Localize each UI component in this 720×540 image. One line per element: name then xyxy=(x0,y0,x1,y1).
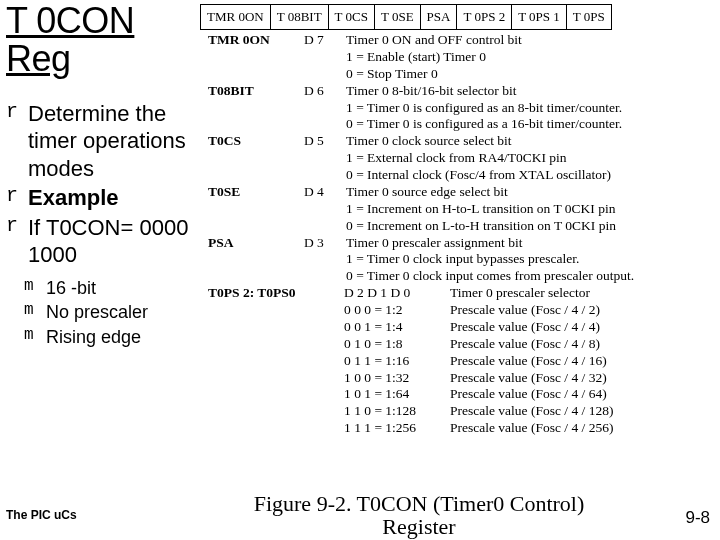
prescaler-row: 0 0 1 = 1:4Prescale value (Fosc / 4 / 4) xyxy=(208,319,716,336)
bit-number xyxy=(304,49,346,66)
bit-header-cell: T 0PS 1 xyxy=(512,5,567,30)
sub-bullet-marker: m xyxy=(24,326,46,349)
bit-name xyxy=(208,116,304,133)
bit-name: T08BIT xyxy=(208,83,304,100)
bit-name xyxy=(208,167,304,184)
prescaler-row: 0 0 0 = 1:2Prescale value (Fosc / 4 / 2) xyxy=(208,302,716,319)
prescaler-desc: Prescale value (Fosc / 4 / 16) xyxy=(450,353,607,370)
bit-desc: 1 = Timer 0 is configured as an 8-bit ti… xyxy=(346,100,716,117)
bit-name: TMR 0ON xyxy=(208,32,304,49)
footer-left: The PIC uCs xyxy=(6,508,77,522)
bit-header-cell: T 0PS xyxy=(566,5,611,30)
bit-def-row: 0 = Increment on L-to-H transition on T … xyxy=(208,218,716,235)
title-line1: T 0CON xyxy=(6,0,134,41)
bit-name xyxy=(208,201,304,218)
page-number: 9-8 xyxy=(685,508,710,528)
bit-desc: 1 = Enable (start) Timer 0 xyxy=(346,49,716,66)
bit-header-cell: PSA xyxy=(420,5,457,30)
bit-def-row: 0 = Stop Timer 0 xyxy=(208,66,716,83)
bit-name xyxy=(208,49,304,66)
bit-def-row: 1 = Timer 0 clock input bypasses prescal… xyxy=(208,251,716,268)
bullet-item: rIf T0CON= 0000 1000 xyxy=(6,214,198,269)
bit-name: T0SE xyxy=(208,184,304,201)
bit-header-cell: T 0SE xyxy=(374,5,420,30)
prescaler-row: 0 1 1 = 1:16Prescale value (Fosc / 4 / 1… xyxy=(208,353,716,370)
bit-desc: 0 = Stop Timer 0 xyxy=(346,66,716,83)
bit-desc: 0 = Increment on L-to-H transition on T … xyxy=(346,218,716,235)
bit-number: D 4 xyxy=(304,184,346,201)
sub-bullet-item: mRising edge xyxy=(24,326,198,349)
sub-bullet-marker: m xyxy=(24,301,46,324)
bit-number: D 7 xyxy=(304,32,346,49)
bullet-item: rExample xyxy=(6,184,198,212)
bit-number xyxy=(304,100,346,117)
prescaler-desc: Prescale value (Fosc / 4 / 256) xyxy=(450,420,613,437)
prescaler-desc: Prescale value (Fosc / 4 / 128) xyxy=(450,403,613,420)
sub-bullet-text: Rising edge xyxy=(46,326,141,349)
bullet-text: Example xyxy=(28,184,119,212)
bullet-text: Determine the timer operations modes xyxy=(28,100,198,183)
prescaler-code: 0 0 1 = 1:4 xyxy=(344,319,450,336)
bit-desc: Timer 0 ON and OFF control bit xyxy=(346,32,716,49)
bit-desc: 0 = Timer 0 is configured as a 16-bit ti… xyxy=(346,116,716,133)
bit-name xyxy=(208,268,304,285)
bit-header-cell: T 0PS 2 xyxy=(457,5,512,30)
prescaler-code: 0 0 0 = 1:2 xyxy=(344,302,450,319)
bit-name: T0CS xyxy=(208,133,304,150)
bit-desc: 0 = Internal clock (Fosc/4 from XTAL osc… xyxy=(346,167,716,184)
sub-bullet-text: No prescaler xyxy=(46,301,148,324)
prescaler-desc: Prescale value (Fosc / 4 / 64) xyxy=(450,386,607,403)
bit-desc: 1 = External clock from RA4/T0CKI pin xyxy=(346,150,716,167)
bullet-marker: r xyxy=(6,184,28,212)
bit-def-row: T0SED 4Timer 0 source edge select bit xyxy=(208,184,716,201)
bit-number xyxy=(304,150,346,167)
bullet-marker: r xyxy=(6,100,28,183)
figure-caption: Figure 9-2. T0CON (Timer0 Control) Regis… xyxy=(184,492,654,538)
bit-def-row: 1 = External clock from RA4/T0CKI pin xyxy=(208,150,716,167)
bit-desc: Timer 0 source edge select bit xyxy=(346,184,716,201)
bit-number: D 3 xyxy=(304,235,346,252)
caption-line2: Register xyxy=(382,514,455,539)
bit-def-row: 1 = Enable (start) Timer 0 xyxy=(208,49,716,66)
bit-def-row: 0 = Timer 0 is configured as a 16-bit ti… xyxy=(208,116,716,133)
prescaler-desc: Prescale value (Fosc / 4 / 4) xyxy=(450,319,600,336)
prescaler-code: 1 0 0 = 1:32 xyxy=(344,370,450,387)
bit-number xyxy=(304,218,346,235)
bit-def-row: 1 = Timer 0 is configured as an 8-bit ti… xyxy=(208,100,716,117)
prescaler-label: T0PS 2: T0PS0 xyxy=(208,285,344,302)
title-line2: Reg xyxy=(6,38,71,79)
bit-name xyxy=(208,150,304,167)
bit-def-row: TMR 0OND 7Timer 0 ON and OFF control bit xyxy=(208,32,716,49)
prescaler-desc: Prescale value (Fosc / 4 / 2) xyxy=(450,302,600,319)
prescaler-desc: Prescale value (Fosc / 4 / 8) xyxy=(450,336,600,353)
prescaler-code: 1 1 1 = 1:256 xyxy=(344,420,450,437)
prescaler-row: 1 0 0 = 1:32Prescale value (Fosc / 4 / 3… xyxy=(208,370,716,387)
prescaler-row: 1 1 0 = 1:128Prescale value (Fosc / 4 / … xyxy=(208,403,716,420)
bit-name xyxy=(208,218,304,235)
bit-def-row: 1 = Increment on H-to-L transition on T … xyxy=(208,201,716,218)
bit-def-row: T08BITD 6Timer 0 8-bit/16-bit selector b… xyxy=(208,83,716,100)
bullet-text: If T0CON= 0000 1000 xyxy=(28,214,198,269)
bit-desc: 1 = Increment on H-to-L transition on T … xyxy=(346,201,716,218)
sub-bullet-item: m16 -bit xyxy=(24,277,198,300)
bit-name xyxy=(208,100,304,117)
bit-number xyxy=(304,116,346,133)
bit-description-block: TMR 0OND 7Timer 0 ON and OFF control bit… xyxy=(208,32,716,437)
sub-bullet-list: m16 -bitmNo prescalermRising edge xyxy=(24,277,198,349)
prescaler-row: 1 0 1 = 1:64Prescale value (Fosc / 4 / 6… xyxy=(208,386,716,403)
prescaler-row: 0 1 0 = 1:8Prescale value (Fosc / 4 / 8) xyxy=(208,336,716,353)
sub-bullet-marker: m xyxy=(24,277,46,300)
bullet-list: rDetermine the timer operations modesrEx… xyxy=(6,100,198,269)
slide-title: T 0CON Reg xyxy=(6,2,198,78)
bit-header-cell: TMR 0ON xyxy=(201,5,271,30)
bit-def-row: T0CSD 5Timer 0 clock source select bit xyxy=(208,133,716,150)
prescaler-title: Timer 0 prescaler selector xyxy=(450,285,590,302)
sub-bullet-item: mNo prescaler xyxy=(24,301,198,324)
bit-name: PSA xyxy=(208,235,304,252)
bit-desc: Timer 0 clock source select bit xyxy=(346,133,716,150)
bit-number: D 6 xyxy=(304,83,346,100)
bit-desc: 0 = Timer 0 clock input comes from presc… xyxy=(346,268,716,285)
sub-bullet-text: 16 -bit xyxy=(46,277,96,300)
bit-def-row: PSAD 3Timer 0 prescaler assignment bit xyxy=(208,235,716,252)
bit-name xyxy=(208,251,304,268)
